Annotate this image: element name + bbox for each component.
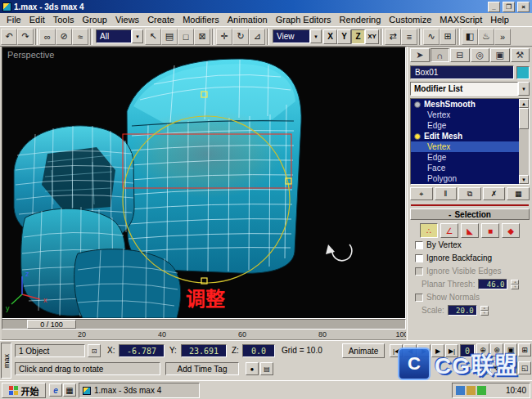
selection-filter-dropdown[interactable]: All ▼ bbox=[96, 29, 143, 43]
menu-modifiers[interactable]: Modifiers bbox=[178, 14, 223, 25]
select-and-rotate-icon[interactable]: ↻ bbox=[232, 29, 249, 45]
taskbar-task-button[interactable]: 1.max - 3ds max 4 bbox=[79, 383, 200, 398]
chevron-down-icon[interactable]: ▼ bbox=[132, 29, 143, 43]
configure-stack-icon[interactable]: ▦ bbox=[507, 187, 530, 200]
menu-tools[interactable]: Tools bbox=[49, 14, 79, 25]
rollout-collapse-icon[interactable]: - bbox=[449, 210, 451, 219]
zoom-all-icon[interactable]: ⊛ bbox=[490, 343, 503, 356]
tray-icon-2[interactable] bbox=[467, 386, 476, 395]
z-coord-field[interactable]: 0.0 bbox=[242, 344, 275, 357]
maxscript-mini-listener-tab[interactable]: max bbox=[1, 343, 11, 379]
chevron-down-icon[interactable]: ▼ bbox=[310, 29, 322, 43]
menu-rendering[interactable]: Rendering bbox=[336, 14, 385, 25]
menu-group[interactable]: Group bbox=[78, 14, 111, 25]
select-and-scale-icon[interactable]: ⊿ bbox=[249, 29, 265, 45]
zoom-icon[interactable]: ⊕ bbox=[476, 343, 489, 356]
reference-coordinate-value[interactable]: View bbox=[273, 29, 310, 43]
time-configuration-icon[interactable]: ▤ bbox=[260, 362, 273, 375]
time-slider-button[interactable]: 0 / 100 bbox=[27, 320, 76, 329]
selection-rollout-header[interactable]: - Selection bbox=[410, 208, 530, 220]
tab-utilities[interactable]: ⚒ bbox=[511, 48, 530, 62]
tray-icon-3[interactable] bbox=[477, 386, 486, 395]
tab-modify[interactable]: ∩ bbox=[431, 48, 450, 62]
edge-subobject-icon[interactable]: ∠ bbox=[440, 223, 458, 238]
zoom-extents-all-icon[interactable]: ⊞ bbox=[518, 343, 531, 356]
stack-item-face[interactable]: Face bbox=[411, 163, 519, 173]
close-button[interactable]: × bbox=[517, 2, 530, 12]
lightbulb-icon[interactable] bbox=[414, 133, 421, 140]
quick-launch-desktop-icon[interactable]: ▦ bbox=[63, 383, 76, 397]
tab-create[interactable]: ➤ bbox=[410, 48, 430, 62]
curve-editor-icon[interactable]: ∿ bbox=[423, 29, 440, 45]
lightbulb-icon[interactable] bbox=[414, 101, 421, 108]
selection-filter-value[interactable]: All bbox=[96, 29, 132, 43]
show-end-result-icon[interactable]: ‖ bbox=[435, 187, 458, 200]
minimize-button[interactable]: _ bbox=[488, 2, 500, 12]
region-zoom-icon[interactable]: ⊡ bbox=[476, 361, 489, 374]
tab-motion[interactable]: ◎ bbox=[471, 48, 490, 62]
menu-help[interactable]: Help bbox=[486, 14, 513, 25]
stack-item-vertex[interactable]: Vertex bbox=[411, 110, 519, 120]
element-subobject-icon[interactable]: ◆ bbox=[502, 223, 520, 238]
stack-item-edge[interactable]: Edge bbox=[411, 120, 519, 131]
key-mode-toggle-icon[interactable]: ● bbox=[246, 362, 259, 375]
rectangular-selection-icon[interactable]: □ bbox=[178, 29, 194, 45]
menu-create[interactable]: Create bbox=[143, 14, 178, 25]
quick-render-icon[interactable]: » bbox=[494, 29, 511, 45]
by-vertex-checkbox[interactable] bbox=[415, 241, 423, 249]
pan-icon[interactable]: ✥ bbox=[490, 361, 503, 374]
menu-animation[interactable]: Animation bbox=[223, 14, 272, 25]
previous-frame-icon[interactable]: ◀ bbox=[404, 344, 417, 357]
play-icon[interactable]: ▶ bbox=[417, 344, 431, 357]
perspective-viewport[interactable]: Perspective bbox=[2, 47, 406, 319]
object-color-swatch[interactable] bbox=[516, 66, 530, 79]
bind-to-space-warp-icon[interactable]: ≈ bbox=[72, 29, 88, 45]
stack-item-edit-mesh[interactable]: Edit Mesh bbox=[411, 131, 519, 141]
make-unique-icon[interactable]: ⧉ bbox=[458, 187, 481, 200]
modifier-list-dropdown[interactable]: Modifier List ▼ bbox=[410, 82, 530, 96]
go-to-end-icon[interactable]: ▶| bbox=[445, 344, 458, 357]
select-by-name-icon[interactable]: ▤ bbox=[161, 29, 178, 45]
time-slider-track[interactable]: 0 / 100 bbox=[2, 319, 406, 330]
go-to-start-icon[interactable]: |◀ bbox=[390, 344, 403, 357]
select-and-move-icon[interactable]: ✛ bbox=[216, 29, 232, 45]
zoom-extents-icon[interactable]: ▣ bbox=[504, 343, 517, 356]
menu-graph-editors[interactable]: Graph Editors bbox=[272, 14, 336, 25]
select-and-link-icon[interactable]: ∞ bbox=[39, 29, 56, 45]
stack-scrollbar[interactable]: ▲ ▼ bbox=[519, 99, 529, 184]
tab-display[interactable]: ▣ bbox=[490, 48, 510, 62]
min-max-toggle-icon[interactable]: ◱ bbox=[518, 361, 531, 374]
align-icon[interactable]: ≡ bbox=[401, 29, 417, 45]
scroll-up-icon[interactable]: ▲ bbox=[519, 99, 529, 108]
face-subobject-icon[interactable]: ◣ bbox=[461, 223, 479, 238]
unlink-selection-icon[interactable]: ⊘ bbox=[56, 29, 72, 45]
axis-x-button[interactable]: X bbox=[323, 29, 337, 44]
stack-item-edge[interactable]: Edge bbox=[411, 152, 519, 163]
mirror-icon[interactable]: ⇄ bbox=[385, 29, 401, 45]
tray-icon-1[interactable] bbox=[456, 386, 465, 395]
axis-plane-button[interactable]: XY bbox=[365, 29, 379, 44]
object-name-field[interactable]: Box01 bbox=[410, 65, 514, 79]
selection-lock-icon[interactable]: ⊡ bbox=[88, 344, 101, 357]
scrollbar-thumb[interactable] bbox=[519, 108, 529, 129]
viewport-canvas[interactable]: 调整 x y z bbox=[2, 47, 406, 318]
viewport-label[interactable]: Perspective bbox=[7, 50, 54, 60]
menu-maxscript[interactable]: MAXScript bbox=[435, 14, 486, 25]
add-time-tag[interactable]: Add Time Tag bbox=[165, 362, 239, 375]
axis-y-button[interactable]: Y bbox=[337, 29, 351, 44]
polygon-subobject-icon[interactable]: ■ bbox=[481, 223, 499, 238]
x-coord-field[interactable]: -6.787 bbox=[119, 344, 165, 357]
track-bar-ruler[interactable]: 20 40 60 80 100 bbox=[2, 330, 406, 340]
next-frame-icon[interactable]: ▶ bbox=[431, 344, 444, 357]
menu-file[interactable]: File bbox=[2, 14, 25, 25]
axis-z-button[interactable]: Z bbox=[351, 29, 365, 44]
vertex-subobject-icon[interactable]: ∴ bbox=[420, 223, 438, 238]
ignore-backfacing-checkbox[interactable] bbox=[415, 254, 423, 262]
select-object-icon[interactable]: ↖ bbox=[145, 29, 161, 45]
stack-item-vertex-selected[interactable]: Vertex bbox=[411, 141, 519, 152]
tab-hierarchy[interactable]: ⊟ bbox=[450, 48, 470, 62]
chevron-down-icon[interactable]: ▼ bbox=[518, 82, 530, 96]
quick-launch-ie-icon[interactable]: e bbox=[49, 383, 62, 397]
redo-icon[interactable]: ↷ bbox=[17, 29, 34, 45]
menu-views[interactable]: Views bbox=[111, 14, 143, 25]
